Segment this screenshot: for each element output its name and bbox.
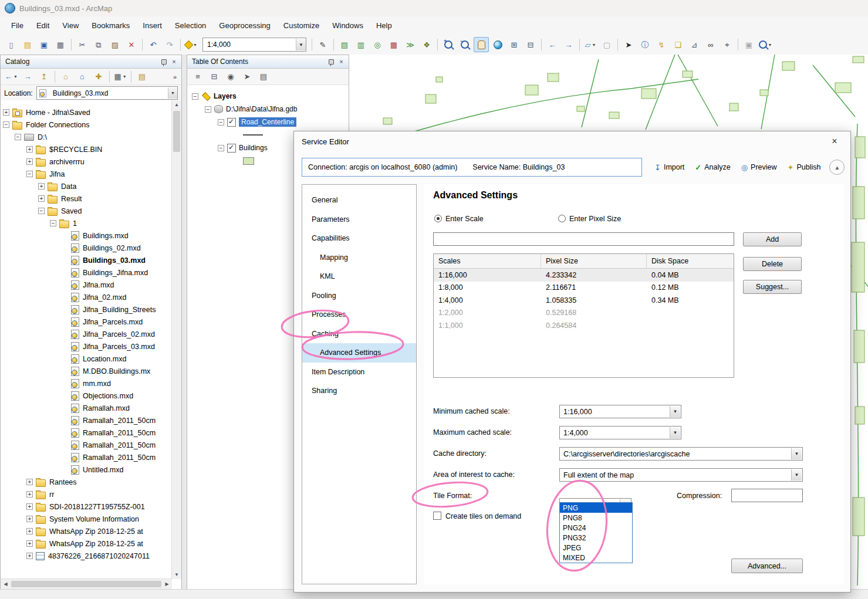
pin-icon[interactable] (326, 57, 336, 66)
toggle-contents-view-icon[interactable]: ▦▼ (113, 69, 128, 84)
preview-button[interactable]: ◎ Preview (736, 160, 782, 175)
tree-expander[interactable] (15, 134, 21, 140)
measure-icon[interactable]: ⊿ (687, 37, 702, 52)
minimum-cached-scale-select[interactable]: 1:16,000 ▼ (559, 405, 681, 418)
cache-directory-select[interactable]: C:\arcgisserver\directories\arcgiscache … (559, 447, 803, 461)
catalog-tree-item[interactable]: Jifna_02.mxd (1, 291, 172, 303)
catalog-tree-item[interactable]: archiverrru (1, 155, 172, 168)
catalog-tree-item[interactable]: D:\ (1, 131, 172, 143)
tree-expander[interactable] (26, 158, 33, 165)
enter-pixel-size-radio[interactable] (558, 215, 566, 222)
catalog-tree-item[interactable]: Rantees (1, 476, 172, 488)
catalog-tree-item[interactable]: Jifna_Parcels_03.mxd (1, 340, 172, 353)
column-header-disk-space[interactable]: Disk Space (647, 254, 734, 268)
select-features-icon[interactable]: ▱▼ (583, 37, 598, 52)
chevron-down-icon[interactable]: ▼ (791, 469, 802, 480)
nav-item-capabilities[interactable]: Capabilities (302, 229, 416, 248)
menu-item-geoprocessing[interactable]: Geoprocessing (212, 18, 276, 33)
html-popup-icon[interactable]: ❏ (670, 37, 685, 52)
toc-layer-road-row[interactable]: Road_Centerline (187, 116, 349, 128)
tree-expander[interactable] (38, 208, 45, 214)
scale-table-row[interactable]: 1:4,0001.0583350.34 MB (434, 294, 734, 307)
menu-item-file[interactable]: File (5, 18, 30, 33)
delete-button[interactable]: Delete (743, 257, 802, 271)
list-by-drawing-order-icon[interactable]: ≡ (190, 69, 205, 84)
catalog-tree-item[interactable]: Ramallah_2011_50cm (1, 439, 172, 451)
print-icon[interactable]: ▦ (53, 37, 68, 52)
options-icon[interactable]: ▤ (256, 69, 271, 84)
layer-name-road-centerline[interactable]: Road_Centerline (239, 117, 296, 127)
tree-expander[interactable] (26, 491, 33, 498)
catalog-tree-item[interactable]: Saved (1, 205, 172, 217)
pin-icon[interactable] (159, 57, 169, 66)
scroll-right-arrow[interactable]: ▶ (163, 581, 171, 587)
tree-expander[interactable] (26, 479, 33, 485)
catalog-vertical-scrollbar[interactable]: ▲ ▼ (171, 100, 181, 579)
menu-item-selection[interactable]: Selection (168, 18, 212, 33)
tree-expander[interactable] (218, 145, 224, 151)
tree-expander[interactable] (26, 171, 33, 177)
tree-expander[interactable] (218, 119, 224, 126)
up-one-level-icon[interactable]: ↥ (36, 69, 52, 84)
close-icon[interactable]: × (826, 136, 843, 147)
tree-expander[interactable] (192, 93, 198, 100)
catalog-tree-item[interactable]: Untitled.mxd (1, 463, 172, 476)
scrollbar-thumb[interactable] (11, 581, 161, 587)
catalog-horizontal-scrollbar[interactable]: ◀ ▶ (1, 578, 172, 589)
paste-icon[interactable]: ▨ (107, 37, 123, 52)
catalog-tree-item[interactable]: Home - Jifna\Saved (1, 106, 172, 119)
toc-gdb-row[interactable]: D:\Jifna\Data\Jifna.gdb (187, 103, 349, 116)
catalog-tree-item[interactable]: Ramallah_2011_50cm (1, 427, 172, 439)
tree-expander[interactable] (26, 503, 33, 510)
tile-format-option-mixed[interactable]: MIXED (560, 553, 632, 563)
area-of-interest-select[interactable]: Full extent of the map ▼ (559, 468, 803, 482)
tree-expander[interactable] (50, 220, 56, 226)
catalog-window-icon[interactable]: ▥ (353, 37, 369, 52)
tree-expander[interactable] (26, 146, 33, 153)
layer-name-buildings[interactable]: Buildings (239, 144, 268, 152)
tree-expander[interactable] (26, 540, 33, 547)
polygon-symbol[interactable] (243, 157, 254, 165)
nav-item-advanced-settings[interactable]: Advanced Settings (302, 343, 416, 363)
maximum-cached-scale-select[interactable]: 1:4,000 ▼ (559, 426, 681, 439)
tree-expander[interactable] (26, 553, 33, 559)
advanced-button[interactable]: Advanced... (731, 559, 803, 573)
tile-format-option-png8[interactable]: PNG8 (560, 513, 632, 523)
back-icon[interactable]: ←▼ (4, 69, 19, 84)
tile-format-option-png[interactable]: PNG (560, 503, 632, 513)
menu-item-help[interactable]: Help (370, 18, 398, 33)
pan-tool-icon[interactable] (474, 37, 489, 52)
import-button[interactable]: ↧ Import (649, 160, 690, 175)
analyze-button[interactable]: ✓ Analyze (690, 160, 735, 175)
tree-expander[interactable] (38, 183, 45, 189)
create-tiles-on-demand-checkbox[interactable] (433, 512, 441, 520)
line-symbol[interactable] (243, 134, 263, 136)
scrollbar-thumb[interactable] (173, 111, 180, 152)
catalog-tree-item[interactable]: Buildings.mxd (1, 229, 172, 242)
nav-item-mapping[interactable]: Mapping (302, 248, 416, 268)
layer-visibility-checkbox[interactable] (227, 118, 236, 127)
go-to-xy-icon[interactable]: ⌖ (720, 37, 735, 52)
catalog-tree-item[interactable]: Ramallah.mxd (1, 402, 172, 414)
menu-item-customize[interactable]: Customize (277, 18, 326, 33)
tile-format-option-png32[interactable]: PNG32 (560, 533, 632, 543)
tree-expander[interactable] (26, 516, 33, 522)
toolbar-overflow-chevron[interactable]: » (171, 73, 179, 80)
catalog-tree-item[interactable]: Folder Connections (1, 119, 172, 131)
close-icon[interactable]: × (336, 57, 346, 66)
python-window-icon[interactable]: ≫ (403, 37, 418, 52)
chevron-down-icon[interactable]: ▼ (296, 39, 306, 50)
nav-item-kml[interactable]: KML (302, 267, 416, 286)
tile-format-dropdown[interactable]: PNGPNG8PNG24PNG32JPEGMIXED (559, 502, 633, 563)
menu-item-view[interactable]: View (56, 18, 85, 33)
nav-item-processes[interactable]: Processes (302, 305, 416, 324)
catalog-tree-item[interactable]: WhatsApp Zip 2018-12-25 at (1, 537, 172, 550)
catalog-tree-item[interactable]: Ramallah_2011_50cm (1, 414, 172, 427)
scales-table[interactable]: ScalesPixel SizeDisk Space1:16,0004.2333… (433, 253, 734, 378)
arctoolbox-icon[interactable]: ▦ (386, 37, 401, 52)
magnifier-window-icon[interactable]: ▼ (758, 37, 773, 52)
collapse-header-button[interactable]: ▲ (829, 160, 845, 175)
catalog-tree-item[interactable]: Jifna_Parcels.mxd (1, 316, 172, 328)
redo-icon[interactable]: ↷ (162, 37, 177, 52)
nav-item-item-description[interactable]: Item Description (302, 363, 416, 382)
